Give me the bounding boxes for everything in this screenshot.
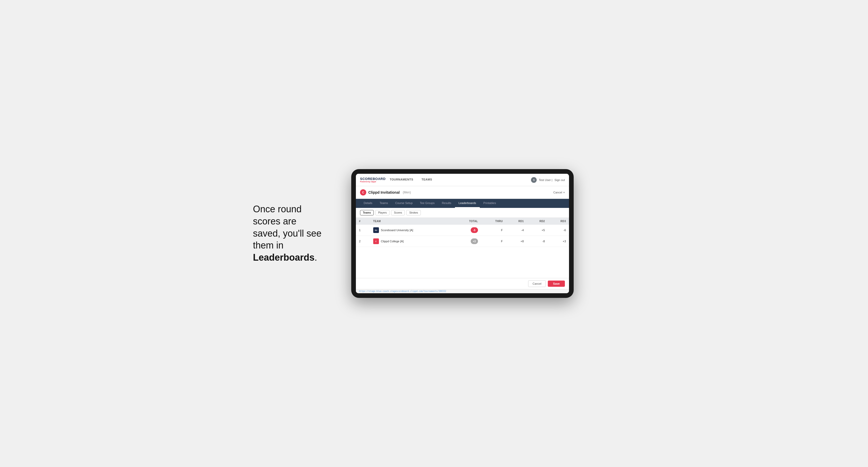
left-description: Once round scores are saved, you'll see … (253, 203, 336, 264)
team-logo-1: SU (373, 227, 379, 233)
team-name-1: Scoreboard University [A] (381, 228, 413, 232)
score-badge-1: -5 (471, 227, 478, 233)
col-total: TOTAL (454, 218, 481, 225)
content-spacer (356, 247, 569, 278)
col-rd1: RD1 (506, 218, 527, 225)
col-rank: # (356, 218, 370, 225)
cell-team-1: SU Scoreboard University [A] (370, 225, 454, 236)
tournament-title-area: C Clippd Invitational (Men) (360, 189, 411, 195)
desc-line4: them in (253, 240, 283, 251)
score-badge-2: +3 (471, 239, 478, 244)
desc-line2: scores are (253, 216, 297, 226)
nav-tournaments[interactable]: TOURNAMENTS (385, 174, 417, 186)
app-logo: SCOREBOARD Powered by clippd (360, 177, 385, 183)
filter-players[interactable]: Players (375, 210, 390, 215)
table-row: 2 C Clippd College [A] (356, 236, 569, 247)
sign-out-link[interactable]: Sign out (555, 179, 565, 182)
col-team: TEAM (370, 218, 454, 225)
tab-results[interactable]: Results (438, 199, 455, 208)
nav-right: S Test User | Sign out (531, 177, 565, 183)
desc-line5-end: . (314, 252, 317, 263)
powered-by: Powered by clippd (360, 181, 385, 183)
cell-rd2-2: -8 (527, 236, 548, 247)
nav-links: TOURNAMENTS TEAMS (385, 174, 531, 186)
tournament-subtitle: (Men) (403, 191, 411, 194)
cell-rank-1: 1 (356, 225, 370, 236)
cell-total-2: +3 (454, 236, 481, 247)
cell-total-1: -5 (454, 225, 481, 236)
filter-strokes[interactable]: Strokes (406, 210, 421, 215)
cell-thru-1: F (481, 225, 506, 236)
top-nav: SCOREBOARD Powered by clippd TOURNAMENTS… (356, 174, 569, 186)
close-icon: × (563, 191, 565, 194)
cell-thru-2: F (481, 236, 506, 247)
brand-name: SCOREBOARD (360, 177, 385, 181)
cell-rd3-2: +3 (548, 236, 569, 247)
team-cell-1: SU Scoreboard University [A] (373, 227, 451, 233)
tournament-header: C Clippd Invitational (Men) Cancel × (356, 186, 569, 199)
table-row: 1 SU Scoreboard University [A] (356, 225, 569, 236)
app-footer: Cancel Save (356, 278, 569, 289)
col-rd3: RD3 (548, 218, 569, 225)
tab-printables[interactable]: Printables (480, 199, 500, 208)
table-header-row: # TEAM TOTAL THRU RD1 (356, 218, 569, 225)
col-thru: THRU (481, 218, 506, 225)
desc-line1: Once round (253, 204, 302, 214)
leaderboard-table: # TEAM TOTAL THRU RD1 (356, 218, 569, 247)
col-rd2: RD2 (527, 218, 548, 225)
desc-line5-bold: Leaderboards (253, 252, 314, 263)
cell-team-2: C Clippd College [A] (370, 236, 454, 247)
cell-rank-2: 2 (356, 236, 370, 247)
cell-rd1-1: -4 (506, 225, 527, 236)
cancel-button[interactable]: Cancel (528, 280, 546, 287)
user-name: Test User | (539, 179, 552, 182)
filter-scores[interactable]: Scores (391, 210, 405, 215)
filter-bar: Teams Players Scores Strokes (356, 208, 569, 218)
tablet-screen: SCOREBOARD Powered by clippd TOURNAMENTS… (356, 174, 569, 293)
tab-leaderboards[interactable]: Leaderboards (455, 199, 480, 208)
cell-rd3-1: -6 (548, 225, 569, 236)
tab-course-setup[interactable]: Course Setup (392, 199, 416, 208)
tab-teams[interactable]: Teams (376, 199, 392, 208)
tab-tee-groups[interactable]: Tee Groups (416, 199, 438, 208)
cell-rd1-2: +8 (506, 236, 527, 247)
desc-line3: saved, you'll see (253, 228, 321, 239)
tournament-icon: C (360, 189, 366, 195)
filter-teams[interactable]: Teams (360, 210, 374, 215)
user-avatar: S (531, 177, 537, 183)
team-name-2: Clippd College [A] (381, 240, 404, 243)
page-wrapper: Once round scores are saved, you'll see … (253, 169, 615, 298)
url-bar: https://stage-blue-coach.stagescoreboard… (356, 289, 569, 293)
tablet-frame: SCOREBOARD Powered by clippd TOURNAMENTS… (351, 169, 574, 298)
team-cell-2: C Clippd College [A] (373, 239, 451, 244)
tab-details[interactable]: Details (360, 199, 376, 208)
nav-teams[interactable]: TEAMS (417, 174, 436, 186)
team-logo-2: C (373, 239, 379, 244)
cell-rd2-1: +5 (527, 225, 548, 236)
tournament-name: Clippd Invitational (368, 190, 400, 194)
sub-tabs: Details Teams Course Setup Tee Groups Re… (356, 199, 569, 208)
tournament-cancel[interactable]: Cancel × (553, 191, 565, 194)
save-button[interactable]: Save (548, 281, 565, 287)
